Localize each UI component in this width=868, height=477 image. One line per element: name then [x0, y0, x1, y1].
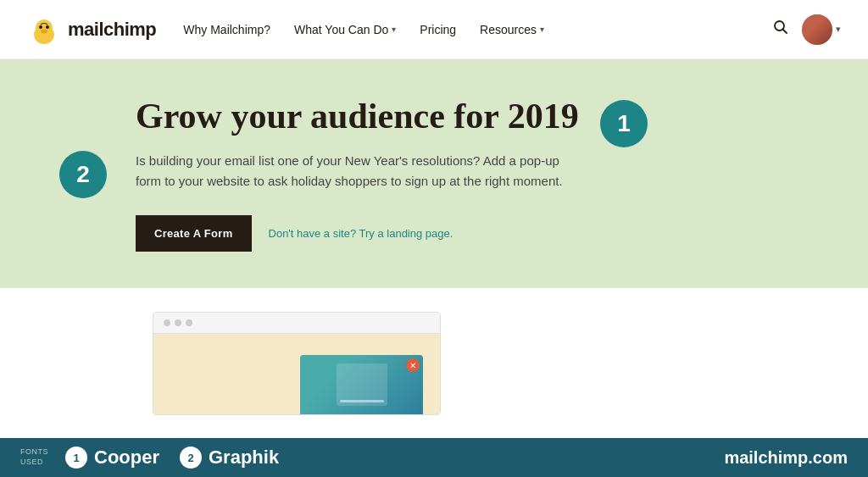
- font-num-2: 2: [180, 446, 202, 469]
- fonts-bar: FONTSUSED 1 Cooper 2 Graphik mailchimp.c…: [0, 438, 868, 477]
- svg-line-8: [783, 30, 787, 34]
- popup-card: ✕: [300, 355, 423, 414]
- user-avatar-button[interactable]: ▾: [802, 14, 841, 45]
- hero-badge-2: 2: [59, 151, 107, 198]
- avatar-chevron-icon: ▾: [836, 24, 841, 35]
- popup-close-icon: ✕: [406, 358, 420, 372]
- fonts-domain: mailchimp.com: [724, 448, 848, 468]
- hero-section: 1 2 Grow your audience for 2019 Is build…: [0, 59, 868, 288]
- font-badge-1: 1 Cooper: [65, 446, 159, 469]
- landing-page-link[interactable]: Don't have a site? Try a landing page.: [269, 227, 453, 240]
- chevron-down-icon: ▾: [540, 25, 544, 34]
- preview-body: ✕: [153, 334, 440, 414]
- nav-resources[interactable]: Resources ▾: [480, 23, 544, 36]
- hero-description: Is building your email list one of your …: [136, 151, 576, 191]
- fonts-used-label: FONTSUSED: [20, 447, 48, 467]
- window-dot-3: [186, 319, 192, 326]
- font-name-1: Cooper: [94, 446, 159, 469]
- hero-actions: Create A Form Don't have a site? Try a l…: [136, 215, 800, 252]
- font-num-1: 1: [65, 446, 87, 469]
- popup-graphic: [337, 363, 387, 406]
- search-button[interactable]: [773, 19, 788, 39]
- nav-links: Why Mailchimp? What You Can Do ▾ Pricing…: [183, 23, 773, 36]
- preview-section: ✕: [0, 288, 868, 419]
- chevron-down-icon: ▾: [392, 25, 396, 34]
- window-dot-1: [164, 319, 170, 326]
- svg-point-5: [46, 25, 49, 29]
- svg-point-3: [36, 19, 53, 36]
- preview-titlebar: [153, 313, 440, 334]
- logo[interactable]: mailchimp: [27, 13, 156, 47]
- logo-text: mailchimp: [68, 19, 156, 41]
- nav-pricing[interactable]: Pricing: [420, 23, 456, 36]
- avatar: [802, 14, 832, 45]
- navbar: mailchimp Why Mailchimp? What You Can Do…: [0, 0, 868, 59]
- hero-badge-1: 1: [600, 100, 648, 147]
- nav-why-mailchimp[interactable]: Why Mailchimp?: [183, 23, 270, 36]
- window-dot-2: [175, 319, 181, 326]
- hero-title: Grow your audience for 2019: [136, 96, 800, 136]
- search-icon: [773, 19, 788, 35]
- svg-point-4: [39, 25, 42, 29]
- create-form-button[interactable]: Create A Form: [136, 215, 252, 252]
- font-badge-2: 2 Graphik: [180, 446, 279, 469]
- nav-what-you-can-do[interactable]: What You Can Do ▾: [294, 23, 396, 36]
- logo-icon: [27, 13, 61, 47]
- preview-window: ✕: [153, 312, 441, 415]
- nav-right: ▾: [773, 14, 841, 45]
- svg-point-6: [41, 29, 47, 33]
- font-name-2: Graphik: [209, 446, 279, 469]
